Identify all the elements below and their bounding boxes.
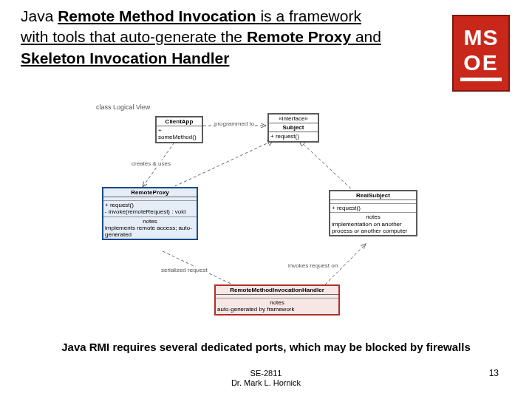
svg-line-2 [170,140,273,188]
uml-real-subject: RealSubject + request() notes implementa… [329,190,417,236]
uml-proxy-note-b: implements remote access; auto-generated [105,225,195,238]
slide-heading: Java Remote Method Invocation is a frame… [21,6,390,69]
uml-handler: RemoteMethodInvocationHandler notes auto… [214,284,340,316]
uml-client-title: ClientApp [157,117,202,126]
uml-real-title: RealSubject [330,191,416,200]
footer-course: SE-2811 [0,369,532,379]
h-bold-rmi: Remote Method Invocation [58,7,256,24]
svg-line-3 [299,140,355,192]
edge-label-creates: creates & uses [132,160,171,167]
uml-client-method: + someMethod() [157,126,202,141]
uml-real-note-b: implementation on another process or ano… [332,221,415,234]
uml-real-note-t: notes [332,214,415,220]
uml-remote-proxy: RemoteProxy + request() - invoke(remoteR… [102,187,198,240]
slide-footer: SE-2811 Dr. Mark L. Hornick [0,369,532,389]
diagram-title: class Logical View [96,103,150,111]
h-plain-1: Java [21,7,58,24]
h-plain-3: and [351,28,381,45]
uml-client: ClientApp + someMethod() [155,116,203,143]
uml-subject: «interface» Subject + request() [267,113,319,143]
uml-handler-note-t: notes [217,299,337,306]
uml-handler-note-b: auto-generated by framework [217,306,337,313]
uml-handler-title: RemoteMethodInvocationHandler [216,286,338,295]
uml-subject-title: Subject [269,123,318,132]
uml-proxy-title: RemoteProxy [103,188,197,197]
slide-caption: Java RMI requires several dedicated port… [0,341,532,353]
uml-proxy-m1: + request() [105,202,195,208]
uml-subject-stereo: «interface» [269,115,318,123]
edge-label-serialized: serialized request [161,267,208,273]
footer-author: Dr. Mark L. Hornick [0,378,532,389]
uml-subject-method: + request() [269,132,318,140]
page-number: 13 [489,368,499,378]
logo-line2: OE [463,50,498,75]
msoe-logo: MS OE [452,15,510,92]
uml-diagram: class Logical View ClientApp + someMetho… [96,107,451,329]
uml-proxy-m2: - invoke(remoteRequest) : void [105,208,195,215]
h-bold-skel: Skeleton Invocation Handler [21,50,229,66]
uml-proxy-note-t: notes [105,218,195,225]
edge-label-programmed: programmed to [214,120,254,127]
h-bold-proxy: Remote Proxy [247,28,351,45]
uml-real-m1: + request() [330,204,416,213]
logo-underline [460,78,502,81]
edge-label-invokes: invokes request on [288,262,338,269]
logo-line1: MS [464,25,499,50]
